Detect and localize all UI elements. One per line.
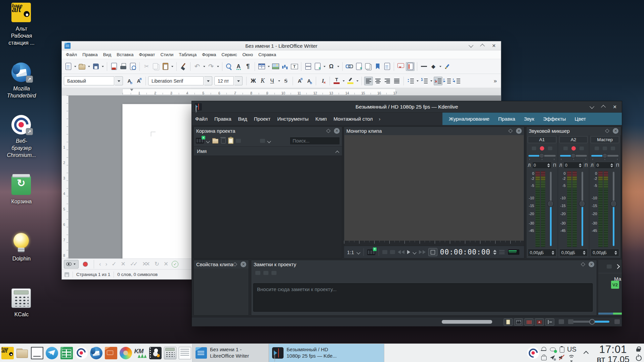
monitor-zoom-level[interactable]: 1:1 — [347, 249, 354, 255]
font-color-dropdown-arrow[interactable] — [342, 77, 345, 85]
maximize-button[interactable] — [478, 42, 487, 49]
solo-icon[interactable] — [603, 147, 607, 150]
record-icon[interactable] — [540, 146, 544, 151]
redo-dropdown-arrow[interactable] — [216, 63, 220, 71]
redo-button[interactable] — [207, 62, 215, 71]
save-button[interactable] — [91, 62, 100, 71]
spellcheck-button[interactable] — [234, 62, 243, 71]
timeline-zoombar[interactable] — [442, 320, 492, 324]
menu-item[interactable]: Вид — [235, 116, 251, 122]
mute-icon[interactable] — [532, 147, 536, 150]
launcher-thunderbird[interactable] — [89, 344, 103, 362]
print-button[interactable] — [119, 62, 128, 71]
manage-changes-button[interactable]: ✓ — [172, 261, 178, 268]
maximize-button[interactable] — [599, 104, 608, 110]
clipboard-icon[interactable] — [559, 346, 565, 353]
balance-knob[interactable] — [571, 153, 576, 158]
mute-icon[interactable] — [595, 147, 599, 150]
menu-item[interactable]: Файл — [63, 52, 80, 57]
paste-icon[interactable] — [228, 137, 233, 144]
menu-item[interactable]: Форма — [199, 52, 219, 57]
sort-chevron-icon[interactable] — [336, 150, 339, 153]
volume-knob[interactable] — [547, 201, 554, 207]
volume-knob[interactable] — [579, 201, 585, 207]
float-panel-icon[interactable] — [326, 129, 331, 133]
launcher-impress[interactable] — [103, 344, 118, 362]
bin-name-column-header[interactable]: Имя — [194, 146, 342, 156]
open-button[interactable] — [78, 62, 86, 71]
underline-button[interactable]: Ч — [268, 77, 276, 85]
close-panel-icon[interactable] — [589, 262, 594, 267]
effects-icon[interactable] — [548, 147, 552, 150]
balance-knob[interactable] — [539, 153, 544, 158]
insert-comment-button[interactable] — [396, 62, 405, 71]
snap-button[interactable] — [545, 318, 554, 326]
accept-and-next-button[interactable]: ↻ — [154, 260, 160, 268]
zoom-dropdown-icon[interactable] — [357, 250, 360, 254]
launcher-file-manager[interactable] — [15, 344, 30, 362]
desktop-icon-dolphin[interactable]: Dolphin — [3, 233, 40, 263]
reject-all-button[interactable]: ✕✕ — [141, 260, 151, 268]
menu-item[interactable]: Окно — [240, 52, 256, 57]
launcher-telegram[interactable] — [44, 344, 59, 362]
mixer-channel-name[interactable]: А2 — [559, 136, 588, 143]
menu-item[interactable]: Правка — [80, 52, 100, 57]
cloud-sync-icon[interactable] — [550, 346, 556, 353]
desktop-icon-kcalc[interactable]: KCalc — [3, 288, 40, 318]
insert-bookmark-button[interactable] — [373, 62, 382, 71]
menu-item[interactable]: Инструменты — [274, 116, 312, 122]
basic-shapes-button[interactable] — [429, 62, 438, 71]
reject-and-next-button[interactable]: ✕ — [163, 260, 169, 268]
page-number-status[interactable]: Страница 1 из 1 — [76, 272, 110, 277]
menu-item[interactable]: Проект — [251, 116, 274, 122]
show-audio-thumbnails-button[interactable] — [524, 318, 533, 326]
bold-button[interactable]: Ж — [249, 77, 258, 85]
accept-all-button[interactable]: ✓✓ — [129, 260, 139, 268]
paragraph-style-combo[interactable]: Базовый — [64, 76, 114, 85]
writer-titlebar[interactable]: Без имени 1 - LibreOffice Writer — [62, 41, 501, 50]
volume-muted-icon[interactable] — [559, 354, 565, 361]
open-dropdown-arrow[interactable] — [87, 63, 91, 71]
launcher-media-player[interactable] — [148, 344, 163, 362]
delete-icon[interactable] — [221, 138, 226, 144]
minimize-button[interactable] — [588, 104, 596, 110]
next-change-button[interactable]: › — [104, 261, 109, 268]
workspace-tab[interactable]: Эффекты — [539, 116, 570, 122]
add-zone-icon[interactable] — [367, 249, 375, 255]
float-panel-icon[interactable] — [581, 262, 585, 267]
close-button[interactable] — [489, 42, 498, 49]
insert-hyperlink-button[interactable] — [345, 62, 354, 71]
show-video-thumbnails-button[interactable] — [514, 318, 523, 326]
clear-formatting-button[interactable] — [318, 77, 327, 85]
tray-chromium-icon[interactable] — [527, 347, 539, 359]
decrease-indent-button[interactable] — [453, 77, 461, 85]
launcher-kmix[interactable] — [133, 344, 148, 362]
align-center-button[interactable] — [374, 77, 382, 85]
volume-knob[interactable] — [610, 201, 617, 207]
add-clip-icon[interactable] — [196, 138, 204, 144]
cut-button[interactable] — [142, 62, 151, 71]
menu-item[interactable]: Вид — [100, 52, 114, 57]
menu-item[interactable]: Файл — [192, 116, 211, 122]
close-panel-icon[interactable] — [334, 128, 340, 134]
effects-icon[interactable] — [611, 147, 615, 150]
task-button[interactable]: Без имени 1 - LibreOffice Writer — [192, 344, 269, 362]
balance-slider[interactable] — [591, 153, 618, 160]
launcher-text-editor[interactable] — [177, 344, 192, 362]
close-panel-icon[interactable] — [516, 128, 522, 134]
balance-slider[interactable] — [560, 153, 587, 160]
lock-screen-icon[interactable] — [635, 346, 642, 353]
show-draw-functions-button[interactable] — [443, 62, 452, 71]
strikethrough-button[interactable]: S — [282, 77, 290, 85]
insert-chart-button[interactable] — [281, 62, 289, 71]
special-character-button[interactable] — [327, 62, 336, 71]
align-left-button[interactable] — [364, 77, 373, 85]
new-document-button[interactable] — [64, 62, 73, 71]
network-icon[interactable] — [568, 354, 574, 361]
float-panel-icon[interactable] — [233, 262, 237, 267]
effects-icon[interactable] — [579, 147, 584, 150]
save-dropdown-arrow[interactable] — [101, 63, 104, 71]
balance-spinbox[interactable]: 0 — [563, 162, 583, 169]
insert-table-button[interactable] — [257, 62, 266, 71]
use-timeline-zone-button[interactable] — [504, 318, 513, 326]
